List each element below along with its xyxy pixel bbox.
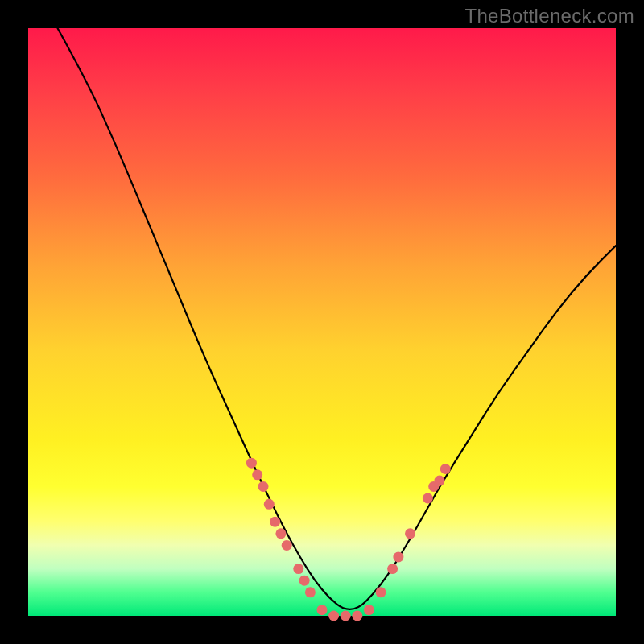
curve-marker [305, 587, 316, 597]
curve-marker [393, 552, 403, 563]
curve-marker [270, 517, 280, 527]
curve-marker [299, 576, 310, 586]
curve-marker [252, 469, 262, 480]
curve-markers [246, 458, 451, 621]
curve-marker [440, 464, 451, 474]
curve-marker [352, 611, 362, 621]
curve-marker [435, 476, 445, 486]
curve-marker [341, 611, 351, 621]
plot-area [28, 28, 616, 616]
curve-line [58, 28, 617, 609]
curve-marker [246, 458, 257, 469]
watermark-text: TheBottleneck.com [464, 5, 634, 27]
curve-marker [264, 499, 275, 510]
curve-marker [317, 605, 328, 615]
curve-marker [328, 611, 339, 621]
curve-marker [405, 528, 415, 539]
bottleneck-curve [28, 28, 616, 616]
curve-marker [275, 528, 286, 539]
curve-marker [387, 564, 398, 574]
curve-marker [376, 587, 386, 597]
chart-frame: TheBottleneck.com [0, 0, 644, 644]
curve-marker [293, 564, 303, 574]
curve-marker [282, 540, 292, 551]
curve-marker [364, 605, 374, 615]
curve-marker [258, 481, 269, 492]
curve-marker [423, 493, 433, 504]
